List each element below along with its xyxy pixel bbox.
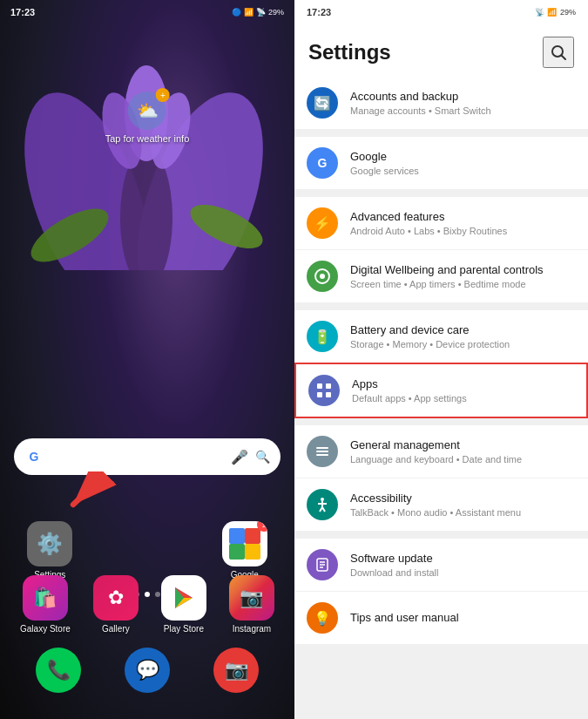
messages-dock-icon[interactable]: 💬 — [125, 648, 170, 693]
svg-rect-24 — [317, 392, 322, 397]
instagram-label: Instagram — [233, 624, 271, 634]
svg-rect-11 — [229, 544, 245, 560]
apps-item[interactable]: Apps Default apps • App settings — [294, 363, 588, 418]
tips-text: Tips and user manual — [350, 611, 576, 626]
weather-icon: ⛅ + — [128, 92, 166, 130]
weather-label: Tap for weather info — [105, 133, 190, 144]
software-update-text: Software update Download and install — [350, 552, 576, 579]
instagram-app[interactable]: 📷 Instagram — [229, 575, 274, 634]
google-app-icon: 1 — [222, 521, 267, 566]
phone-dock-icon[interactable]: 📞 — [36, 648, 81, 693]
apps-icon — [308, 375, 340, 406]
accessibility-item[interactable]: Accessibility TalkBack • Mono audio • As… — [294, 478, 588, 531]
bottom-app-row: 🛍️ Galaxy Store ✿ Gallery Play Store — [0, 575, 294, 634]
time-display: 17:23 — [10, 7, 35, 17]
svg-point-29 — [321, 498, 324, 501]
flower-decoration — [0, 26, 294, 270]
spacer-1 — [294, 130, 588, 137]
weather-widget[interactable]: ⛅ + Tap for weather info — [105, 92, 190, 144]
google-app[interactable]: 1 Google — [222, 521, 267, 580]
advanced-features-item[interactable]: ⚡ Advanced features Android Auto • Labs … — [294, 197, 588, 249]
software-update-title: Software update — [350, 552, 576, 566]
general-management-text: General management Language and keyboard… — [350, 438, 576, 465]
status-bar-left: 17:23 🔵 📶 📡 29% — [0, 0, 294, 24]
right-status-icons: 📡 📶 29% — [535, 8, 576, 17]
general-management-subtitle: Language and keyboard • Date and time — [350, 454, 576, 465]
general-management-icon — [307, 436, 338, 467]
apps-title: Apps — [352, 377, 574, 392]
microphone-icon[interactable]: 🎤 — [231, 449, 248, 465]
settings-list: 🔄 Accounts and backup Manage accounts • … — [294, 77, 588, 719]
svg-rect-28 — [316, 454, 328, 456]
gallery-label: Gallery — [102, 624, 130, 634]
apps-text: Apps Default apps • App settings — [352, 377, 574, 404]
battery-display: 29% — [268, 8, 284, 17]
digital-wellbeing-item[interactable]: Digital Wellbeing and parental controls … — [294, 250, 588, 302]
apps-subtitle: Default apps • App settings — [352, 393, 574, 404]
status-icons: 🔵 📶 📡 29% — [232, 8, 284, 17]
accessibility-subtitle: TalkBack • Mono audio • Assistant menu — [350, 507, 576, 518]
bluetooth-icon: 🔵 — [232, 8, 241, 17]
accounts-backup-icon: 🔄 — [307, 87, 338, 119]
advanced-features-title: Advanced features — [350, 210, 576, 225]
signal-icon: 📡 — [256, 8, 266, 17]
accessibility-icon — [307, 489, 338, 520]
dock: 📞 💬 📷 — [14, 648, 280, 693]
software-update-icon — [307, 549, 338, 580]
tips-item[interactable]: 💡 Tips and user manual — [294, 592, 588, 644]
battery-device-item[interactable]: 🔋 Battery and device care Storage • Memo… — [294, 310, 588, 363]
gallery-icon: ✿ — [93, 575, 139, 621]
svg-rect-25 — [326, 392, 331, 397]
settings-search-button[interactable] — [543, 37, 574, 68]
svg-line-19 — [562, 56, 566, 60]
svg-rect-26 — [316, 447, 328, 449]
right-battery: 29% — [560, 8, 576, 17]
accessibility-title: Accessibility — [350, 492, 576, 506]
tips-icon: 💡 — [307, 602, 338, 634]
accounts-backup-item[interactable]: 🔄 Accounts and backup Manage accounts • … — [294, 77, 588, 129]
svg-rect-23 — [326, 383, 331, 389]
play-store-app[interactable]: Play Store — [161, 575, 206, 634]
accounts-backup-title: Accounts and backup — [350, 90, 576, 105]
camera-dock-icon[interactable]: 📷 — [213, 648, 259, 693]
svg-point-21 — [320, 274, 325, 279]
accessibility-text: Accessibility TalkBack • Mono audio • As… — [350, 492, 576, 519]
gallery-app[interactable]: ✿ Gallery — [93, 575, 139, 634]
svg-rect-9 — [229, 528, 245, 544]
svg-rect-22 — [317, 383, 322, 389]
spacer-2 — [294, 190, 588, 197]
digital-wellbeing-title: Digital Wellbeing and parental controls — [350, 263, 576, 278]
phone-screen: 17:23 🔵 📶 📡 29% ⛅ + Tap for weather info… — [0, 0, 294, 719]
settings-app[interactable]: ⚙️ Settings — [27, 521, 72, 580]
accounts-backup-subtitle: Manage accounts • Smart Switch — [350, 105, 576, 116]
instagram-icon: 📷 — [229, 575, 274, 621]
advanced-features-subtitle: Android Auto • Labs • Bixby Routines — [350, 226, 576, 236]
google-logo: G — [24, 447, 44, 466]
right-time: 17:23 — [307, 7, 331, 17]
right-icons: 📡 📶 — [535, 8, 557, 17]
general-management-item[interactable]: General management Language and keyboard… — [294, 425, 588, 478]
galaxy-store-app[interactable]: 🛍️ Galaxy Store — [20, 575, 71, 634]
play-store-label: Play Store — [164, 624, 204, 634]
battery-device-icon: 🔋 — [307, 321, 338, 352]
google-item[interactable]: G Google Google services — [294, 137, 588, 189]
tips-title: Tips and user manual — [350, 611, 576, 626]
spacer-5 — [294, 532, 588, 539]
wifi-icon: 📶 — [244, 8, 253, 17]
app-grid: ⚙️ Settings 1 Google — [0, 521, 294, 580]
empty-slot-1 — [92, 521, 138, 580]
digital-wellbeing-icon — [307, 261, 338, 292]
search-bar[interactable]: G 🎤 🔍 — [14, 438, 280, 475]
weather-badge: + — [156, 88, 170, 102]
spacer-4 — [294, 418, 588, 425]
galaxy-store-label: Galaxy Store — [20, 624, 71, 634]
software-update-item[interactable]: Software update Download and install — [294, 539, 588, 591]
svg-line-33 — [322, 507, 325, 512]
battery-device-subtitle: Storage • Memory • Device protection — [350, 339, 576, 349]
general-management-title: General management — [350, 438, 576, 453]
accounts-backup-text: Accounts and backup Manage accounts • Sm… — [350, 90, 576, 117]
google-settings-title: Google — [350, 150, 576, 165]
lens-icon[interactable]: 🔍 — [255, 450, 270, 464]
settings-panel: 17:23 📡 📶 29% Settings 🔄 Accounts and ba… — [294, 0, 588, 719]
settings-header: Settings — [294, 24, 588, 77]
